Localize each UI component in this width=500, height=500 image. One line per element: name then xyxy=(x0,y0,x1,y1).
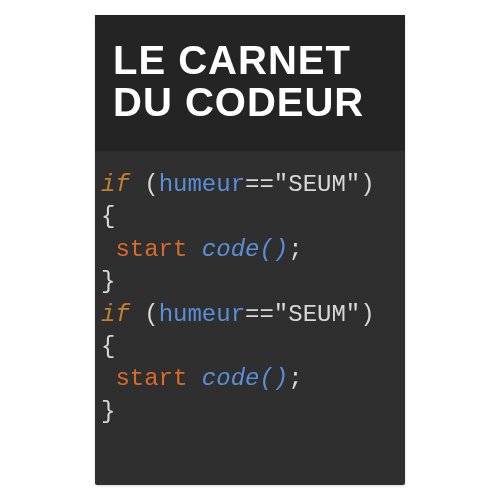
paren-close: ) xyxy=(360,301,374,328)
brace-open: { xyxy=(101,333,115,360)
paren-close: ) xyxy=(360,171,374,198)
semicolon: ; xyxy=(288,365,302,392)
code-line: } xyxy=(101,266,401,298)
keyword-if: if xyxy=(101,171,130,198)
code-line: if (humeur=="SEUM") xyxy=(101,169,401,201)
title-line-2: DU CODEUR xyxy=(113,81,387,123)
code-block: if (humeur=="SEUM") { start code(); } if… xyxy=(95,151,405,485)
code-line: { xyxy=(101,331,401,363)
code-line: if (humeur=="SEUM") xyxy=(101,299,401,331)
string-literal: "SEUM" xyxy=(274,171,360,198)
indent xyxy=(101,365,115,392)
fn-code: code() xyxy=(202,365,288,392)
cover-header: LE CARNET DU CODEUR xyxy=(95,15,405,151)
keyword-start: start xyxy=(115,236,187,263)
brace-close: } xyxy=(101,268,115,295)
semicolon: ; xyxy=(288,236,302,263)
string-literal: "SEUM" xyxy=(274,301,360,328)
keyword-start: start xyxy=(115,365,187,392)
identifier-humeur: humeur xyxy=(159,171,245,198)
paren-open: ( xyxy=(130,301,159,328)
code-line: } xyxy=(101,396,401,428)
identifier-humeur: humeur xyxy=(159,301,245,328)
brace-close: } xyxy=(101,398,115,425)
code-line: start code(); xyxy=(101,363,401,395)
space xyxy=(187,365,201,392)
title-line-1: LE CARNET xyxy=(113,39,387,81)
indent xyxy=(101,236,115,263)
code-line: { xyxy=(101,201,401,233)
fn-code: code() xyxy=(202,236,288,263)
code-line: start code(); xyxy=(101,234,401,266)
brace-open: { xyxy=(101,203,115,230)
operator-eq: == xyxy=(245,171,274,198)
space xyxy=(187,236,201,263)
paren-open: ( xyxy=(130,171,159,198)
keyword-if: if xyxy=(101,301,130,328)
notebook-cover: LE CARNET DU CODEUR if (humeur=="SEUM") … xyxy=(95,15,405,485)
operator-eq: == xyxy=(245,301,274,328)
